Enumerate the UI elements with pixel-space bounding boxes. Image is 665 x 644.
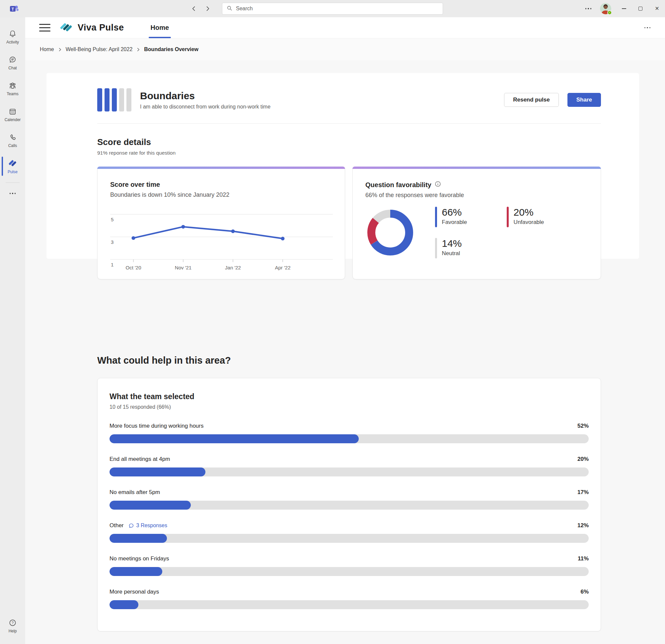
sidebar-item-calendar[interactable]: Calender	[0, 101, 25, 127]
back-icon[interactable]	[190, 5, 198, 13]
score-details-subtitle: 91% reponse rate for this question	[97, 150, 601, 156]
presence-available-icon: ✓	[607, 10, 612, 15]
question-favorability-card: Question favorability 66% of the respons…	[353, 167, 601, 279]
divider	[97, 124, 601, 124]
svg-text:Jan '22: Jan '22	[225, 265, 241, 270]
legend-label: Neutral	[442, 250, 462, 257]
close-button[interactable]: ✕	[653, 5, 661, 13]
sidebar-item-activity[interactable]: Activity	[0, 24, 25, 50]
forward-icon[interactable]	[204, 5, 212, 13]
breadcrumb-pulse[interactable]: Well-Being Pulse: April 2022	[66, 46, 133, 52]
sidebar-divider	[6, 183, 20, 183]
legend-value: 20%	[514, 207, 544, 218]
sidebar-item-label: Chat	[8, 66, 17, 70]
breadcrumb-current: Boundaries Overview	[144, 46, 198, 52]
comment-icon	[129, 523, 134, 529]
bar-fill	[110, 534, 167, 543]
bar-chart-title: What the team selected	[110, 392, 589, 401]
bar-track	[110, 600, 589, 609]
bar-value: 11%	[578, 555, 589, 562]
bar-value: 52%	[577, 423, 589, 429]
app-header: Viva Pulse Home	[25, 17, 665, 38]
header-more-icon[interactable]	[644, 27, 651, 29]
sidebar-item-pulse[interactable]: Pulse	[0, 153, 25, 179]
viva-pulse-brand: Viva Pulse	[60, 21, 124, 35]
bar-fill	[110, 468, 205, 476]
legend-favorable: 66%Favorable	[435, 207, 467, 227]
bar-track	[110, 501, 589, 510]
score-over-time-card: Score over time Boundaries is down 10% s…	[97, 167, 345, 279]
tab-home[interactable]: Home	[149, 17, 171, 38]
bar-row: More personal days6%	[110, 589, 589, 609]
sidebar-item-label: Calender	[5, 117, 21, 122]
bar-value: 17%	[577, 489, 589, 496]
page-title: Boundaries	[140, 90, 270, 101]
bar-fill	[110, 501, 191, 510]
sidebar-item-label: Teams	[7, 92, 18, 96]
chevron-right-icon	[58, 48, 62, 52]
score-details-title: Score details	[97, 137, 601, 147]
sidebar-item-calls[interactable]: Calls	[0, 127, 25, 153]
search-input[interactable]	[236, 6, 439, 12]
card-accent-bar	[353, 167, 601, 169]
minimize-button[interactable]	[620, 5, 628, 13]
svg-text:3: 3	[111, 239, 113, 245]
people-icon	[8, 81, 17, 90]
svg-text:Apr '22: Apr '22	[275, 265, 290, 270]
help-section: What could help in this area? What the t…	[97, 355, 601, 631]
sidebar-item-label: Pulse	[7, 170, 18, 174]
search-box[interactable]	[222, 3, 443, 15]
teams-logo: T	[9, 4, 19, 14]
responses-link-label: 3 Responses	[136, 523, 167, 529]
sidebar-item-label: Help	[8, 629, 17, 633]
svg-text:Oct '20: Oct '20	[126, 265, 141, 270]
team-selected-bars: More focus time during working hours52%E…	[110, 423, 589, 609]
chat-icon	[8, 55, 17, 64]
bar-row: More focus time during working hours52%	[110, 423, 589, 443]
bar-fill	[110, 567, 162, 576]
bar-chart-subtitle: 10 of 15 responded (66%)	[110, 404, 589, 410]
sidebar-more-apps-icon[interactable]	[10, 187, 16, 200]
legend-neutral: 14%Neutral	[435, 238, 467, 259]
bar-label: End all meetings at 4pm	[110, 456, 170, 462]
legend-value: 66%	[442, 207, 467, 218]
sidebar-item-chat[interactable]: Chat	[0, 50, 25, 76]
resend-pulse-button[interactable]: Resend pulse	[504, 93, 559, 107]
breadcrumb-home[interactable]: Home	[40, 46, 54, 52]
line-chart-title: Score over time	[110, 181, 332, 188]
team-selected-card: What the team selected 10 of 15 responde…	[97, 378, 601, 631]
bar-row: No meetings on Fridays11%	[110, 555, 589, 576]
share-button[interactable]: Share	[567, 93, 601, 107]
help-section-title: What could help in this area?	[97, 355, 601, 366]
bar-fill	[110, 600, 138, 609]
phone-icon	[8, 133, 17, 142]
question-text: I am able to disconnect from work during…	[140, 104, 270, 110]
responses-link[interactable]: 3 Responses	[129, 523, 167, 529]
line-chart-subtitle: Boundaries is down 10% since January 202…	[110, 191, 332, 198]
bell-icon	[8, 30, 17, 38]
page-content: Boundaries I am able to disconnect from …	[25, 60, 665, 644]
sidebar-item-label: Calls	[8, 143, 17, 148]
titlebar-more-icon[interactable]	[585, 8, 592, 9]
hamburger-menu-icon[interactable]	[39, 24, 51, 32]
legend-value: 14%	[442, 238, 462, 249]
bar-fill	[110, 434, 359, 443]
bar-track	[110, 468, 589, 476]
legend-label: Unfavorable	[514, 219, 544, 226]
app-rail: Activity Chat Teams	[0, 17, 25, 644]
sidebar-item-label: Activity	[6, 40, 19, 44]
info-icon[interactable]	[435, 181, 441, 189]
avatar[interactable]: ✓	[600, 3, 611, 14]
boundaries-panel: Boundaries I am able to disconnect from …	[46, 73, 639, 259]
bar-label: Other	[110, 522, 124, 529]
svg-text:T: T	[12, 7, 14, 12]
legend-color-bar	[435, 238, 437, 259]
teams-window: T	[0, 0, 665, 644]
sidebar-item-teams[interactable]: Teams	[0, 76, 25, 101]
maximize-button[interactable]	[636, 5, 644, 13]
bar-row: No emails after 5pm17%	[110, 489, 589, 510]
legend-unfavorable: 20%Unfavorable	[507, 207, 544, 227]
svg-text:Nov '21: Nov '21	[175, 265, 191, 270]
bar-row: End all meetings at 4pm20%	[110, 456, 589, 476]
sidebar-item-help[interactable]: ? Help	[0, 613, 25, 639]
